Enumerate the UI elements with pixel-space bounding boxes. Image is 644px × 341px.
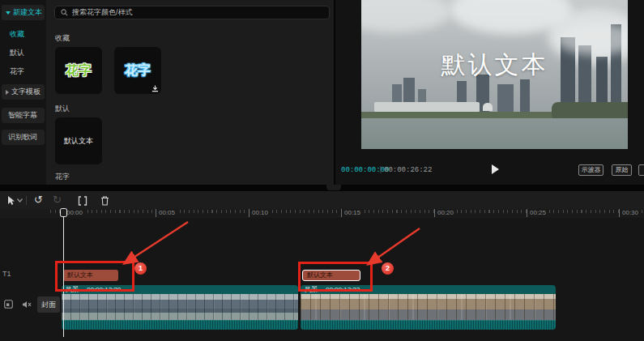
thumb-label: 花字 — [125, 62, 151, 79]
video-clip-1[interactable]: 风景 00:00:12:29 — [62, 285, 298, 330]
sidebar: 新建文本 收藏 默认 花字 文字模板 智能字幕 识别歌词 — [0, 0, 46, 185]
fancy-text-thumb-blue[interactable]: 花字 — [114, 47, 161, 94]
section-label-fancy: 花字 — [55, 172, 70, 182]
ruler-label: 00:25 — [527, 209, 548, 217]
video-clip-2[interactable]: 风景 00:00:13:23 — [301, 285, 556, 330]
sidebar-item-label: 智能字幕 — [8, 110, 37, 121]
ruler-label: 00:10 — [249, 209, 270, 217]
track-preview-icon[interactable] — [4, 300, 13, 309]
preview-text-overlay[interactable]: 默认文本 — [441, 49, 548, 82]
annotation-box-2 — [298, 262, 373, 292]
video-editor-app: 新建文本 收藏 默认 花字 文字模板 智能字幕 识别歌词 搜索花字颜色/样式 — [0, 0, 644, 341]
default-text-thumb[interactable]: 默认文本 — [55, 117, 102, 164]
cover-button[interactable]: 封面 — [37, 296, 60, 313]
thumb-label: 花字 — [66, 62, 92, 79]
audio-waveform — [301, 320, 556, 330]
delete-icon[interactable] — [100, 196, 109, 206]
text-library-panel: 搜索花字颜色/样式 收藏 花字 花字 默认 默认文本 花字 — [46, 0, 334, 185]
time-separator: | — [378, 166, 382, 174]
annotation-badge-1: 1 — [134, 262, 147, 275]
search-placeholder: 搜索花字颜色/样式 — [72, 7, 133, 18]
building — [520, 79, 530, 113]
fog — [556, 23, 628, 55]
original-button[interactable]: 原始 — [612, 164, 632, 176]
ratio-button-partial[interactable] — [638, 164, 644, 176]
audio-waveform — [62, 320, 298, 330]
chevron-down-icon[interactable] — [17, 198, 23, 202]
dome — [483, 103, 493, 111]
tree-line — [552, 102, 628, 120]
sidebar-item-label: 花字 — [10, 66, 24, 77]
section-label-favorites: 收藏 — [55, 33, 70, 44]
water — [361, 118, 628, 149]
sidebar-item-label: 收藏 — [10, 29, 24, 40]
sidebar-item-label: 文字模板 — [11, 87, 41, 97]
text-track-label: T1 — [2, 270, 11, 278]
ruler-label: 00:20 — [434, 209, 455, 217]
fancy-text-thumb-green[interactable]: 花字 — [55, 47, 102, 94]
building — [497, 84, 514, 115]
oscilloscope-button[interactable]: 示波器 — [578, 164, 603, 176]
ruler-label: 00:15 — [341, 209, 362, 217]
sidebar-item-favorites[interactable]: 收藏 — [2, 27, 45, 42]
video-thumbnails — [301, 294, 556, 320]
ruler-label: 00:30 — [619, 209, 640, 217]
chevron-right-icon — [6, 90, 9, 95]
sidebar-item-label: 新建文本 — [13, 7, 42, 18]
playhead-handle[interactable] — [60, 208, 67, 217]
sidebar-item-label: 识别歌词 — [8, 132, 37, 143]
toolbar-divider — [26, 196, 27, 205]
ruler-label: 00:05 — [156, 209, 177, 217]
redo-icon[interactable]: ↻ — [53, 195, 62, 205]
total-time: 00:00:26:22 — [384, 166, 432, 174]
video-thumbnails — [62, 294, 298, 320]
annotation-badge-2: 2 — [382, 262, 394, 275]
chevron-down-icon — [6, 11, 11, 15]
split-icon[interactable] — [78, 196, 87, 206]
download-icon — [151, 85, 159, 92]
sidebar-item-new-text[interactable]: 新建文本 — [2, 5, 45, 20]
sidebar-item-recognize-lyrics[interactable]: 识别歌词 — [2, 130, 45, 145]
sidebar-item-text-templates[interactable]: 文字模板 — [2, 84, 45, 100]
timeline-toolbar: ↺ ↻ — [0, 191, 644, 209]
section-label-default: 默认 — [55, 104, 70, 114]
play-button[interactable] — [492, 164, 499, 174]
preview-controls: 00:00:00:00 | 00:00:26:22 示波器 原始 — [335, 162, 644, 178]
timeline-panel: ↺ ↻ 00:00 00:05 00:10 00:15 00:20 00:25 … — [0, 191, 644, 341]
mute-icon[interactable] — [22, 301, 32, 309]
timeline-ruler[interactable]: 00:00 00:05 00:10 00:15 00:20 00:25 00:3… — [0, 209, 644, 218]
sidebar-item-default[interactable]: 默认 — [2, 45, 45, 61]
undo-icon[interactable]: ↺ — [34, 195, 43, 205]
preview-video-frame: 默认文本 — [361, 0, 628, 149]
search-input[interactable]: 搜索花字颜色/样式 — [54, 6, 330, 19]
search-icon — [61, 9, 68, 16]
sidebar-item-label: 默认 — [10, 48, 24, 58]
sidebar-item-fancy-text[interactable]: 花字 — [2, 64, 45, 79]
preview-panel: 默认文本 00:00:00:00 | 00:00:26:22 示波器 原始 — [335, 0, 644, 185]
select-tool-icon[interactable] — [6, 195, 16, 206]
thumb-label: 默认文本 — [64, 136, 93, 147]
annotation-box-1 — [55, 261, 134, 292]
sidebar-item-smart-captions[interactable]: 智能字幕 — [2, 108, 45, 123]
panel-divider-handle[interactable] — [326, 185, 341, 190]
